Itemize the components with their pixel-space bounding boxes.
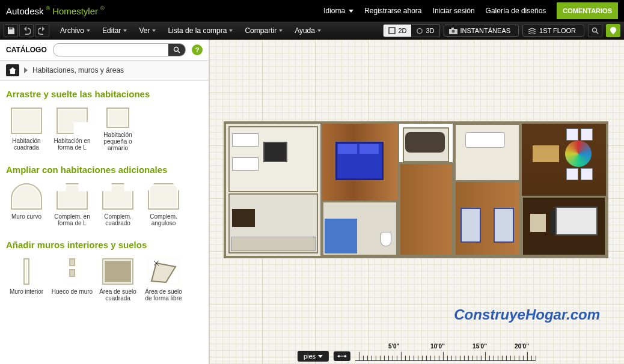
catalog-search xyxy=(53,43,186,56)
room-lounge-twin[interactable] xyxy=(454,124,522,256)
menu-compartir[interactable]: Compartir xyxy=(239,23,289,38)
section-extend-title: Ampliar con habitaciones adicionales xyxy=(0,156,209,178)
catalog-header: CATÁLOGO ? xyxy=(0,40,209,61)
menu-lista[interactable]: Lista de la compra xyxy=(162,23,239,38)
units-button[interactable]: pies xyxy=(298,351,329,362)
menu-archivo[interactable]: Archivo xyxy=(54,23,96,38)
brand-homestyler: Homestyler xyxy=(52,6,98,16)
tile-curved-wall[interactable]: Muro curvo xyxy=(4,181,49,229)
section-walls-tiles: Muro interior Hueco de muro Área de suel… xyxy=(0,253,209,306)
svg-rect-0 xyxy=(9,27,13,29)
chevron-down-icon xyxy=(123,29,127,32)
chevron-down-icon xyxy=(152,29,156,32)
tile-complem-angled[interactable]: Complem. anguloso xyxy=(141,181,186,229)
menu-ayuda[interactable]: Ayuda xyxy=(289,23,327,38)
menu-editar[interactable]: Editar xyxy=(96,23,133,38)
gallery-link[interactable]: Galería de diseños xyxy=(486,7,546,15)
tile-l-room[interactable]: Habitación en forma de L xyxy=(49,105,95,154)
room-bedroom-1[interactable] xyxy=(322,124,399,256)
watermark: ConstruyeHogar.com xyxy=(454,306,600,323)
language-menu[interactable]: Idioma xyxy=(323,7,353,15)
tile-complem-l[interactable]: Complem. en forma de L xyxy=(49,181,95,229)
undo-button[interactable] xyxy=(19,24,34,37)
reg-mark-2: ® xyxy=(100,5,105,11)
brand: Autodesk® Homestyler® xyxy=(6,6,105,16)
language-label: Idioma xyxy=(323,7,345,15)
section-walls-title: Añadir muros interiores y suelos xyxy=(0,231,209,253)
chevron-down-icon xyxy=(317,29,321,32)
design-canvas[interactable]: ConstruyeHogar.com pies 5'0" 10'0" 15'0"… xyxy=(209,40,624,364)
home-button[interactable] xyxy=(6,64,19,76)
search-button[interactable] xyxy=(168,44,185,56)
save-icon-button[interactable] xyxy=(4,24,18,37)
top-bar: Autodesk® Homestyler® Idioma Registrarse… xyxy=(0,0,624,22)
svg-rect-4 xyxy=(451,28,454,29)
chevron-down-icon xyxy=(87,29,90,32)
breadcrumb: Habitaciones, muros y áreas xyxy=(0,61,209,80)
ruler-scale: 5'0" 10'0" 15'0" 20'0" xyxy=(355,351,536,361)
catalog-label: CATÁLOGO xyxy=(6,46,47,54)
chevron-down-icon xyxy=(318,355,323,358)
floor-selector[interactable]: 1ST FLOOR xyxy=(522,25,584,37)
chevron-down-icon xyxy=(229,29,233,32)
tile-floor-freeform[interactable]: Área de suelo de forma libre xyxy=(141,256,186,304)
bottom-ruler: pies 5'0" 10'0" 15'0" 20'0" xyxy=(298,348,536,364)
locate-icon-button[interactable] xyxy=(606,24,620,37)
floorplan[interactable] xyxy=(224,121,608,258)
tile-floor-square[interactable]: Área de suelo cuadrada xyxy=(95,256,141,304)
chevron-down-icon xyxy=(349,10,353,13)
breadcrumb-label: Habitaciones, muros y áreas xyxy=(32,66,124,74)
menu-ver[interactable]: Ver xyxy=(133,23,162,38)
chevron-right-icon xyxy=(24,67,28,73)
topbar-right: Idioma Registrarse ahora Iniciar sesión … xyxy=(323,2,618,19)
login-link[interactable]: Iniciar sesión xyxy=(433,7,475,15)
menubar-right: 2D 3D INSTANTÁNEAS 1ST FLOOR xyxy=(383,24,620,37)
svg-point-3 xyxy=(451,29,454,32)
room-office-master[interactable] xyxy=(522,124,606,256)
view-mode-toggle: 2D 3D xyxy=(383,24,439,37)
reg-mark-1: ® xyxy=(46,5,50,11)
svg-point-5 xyxy=(593,28,597,32)
help-icon[interactable]: ? xyxy=(192,44,203,55)
section-drag-title: Arrastre y suelte las habitaciones xyxy=(0,80,209,103)
register-link[interactable]: Registrarse ahora xyxy=(364,7,421,15)
measure-icon-button[interactable] xyxy=(334,351,350,361)
room-bath-hall[interactable] xyxy=(399,124,454,256)
tile-square-room[interactable]: Habitación cuadrada xyxy=(4,105,49,154)
brand-autodesk: Autodesk xyxy=(6,6,44,16)
menu-items: Archivo Editar Ver Lista de la compra Co… xyxy=(54,23,327,38)
svg-rect-1 xyxy=(389,28,395,34)
svg-point-6 xyxy=(174,47,179,52)
room-living-kitchen[interactable] xyxy=(226,124,322,256)
redo-button[interactable] xyxy=(35,24,49,37)
comments-button[interactable]: COMENTARIOS xyxy=(557,2,618,19)
menu-bar: Archivo Editar Ver Lista de la compra Co… xyxy=(0,22,624,40)
snapshots-button[interactable]: INSTANTÁNEAS xyxy=(444,25,519,37)
mode-2d-button[interactable]: 2D xyxy=(384,25,411,37)
search-input[interactable] xyxy=(54,46,168,53)
tile-wall-opening[interactable]: Hueco de muro xyxy=(49,256,95,304)
tile-interior-wall[interactable]: Muro interior xyxy=(4,256,49,304)
tile-small-room[interactable]: Habitación pequeña o armario xyxy=(95,105,141,154)
section-drag-tiles: Habitación cuadrada Habitación en forma … xyxy=(0,103,209,156)
chevron-down-icon xyxy=(279,29,283,32)
sidebar: CATÁLOGO ? Habitaciones, muros y áreas A… xyxy=(0,40,209,364)
tile-complem-square[interactable]: Complem. cuadrado xyxy=(95,181,141,229)
mode-3d-button[interactable]: 3D xyxy=(411,25,439,37)
section-extend-tiles: Muro curvo Complem. en forma de L Comple… xyxy=(0,178,209,231)
search-icon-button[interactable] xyxy=(588,24,602,37)
